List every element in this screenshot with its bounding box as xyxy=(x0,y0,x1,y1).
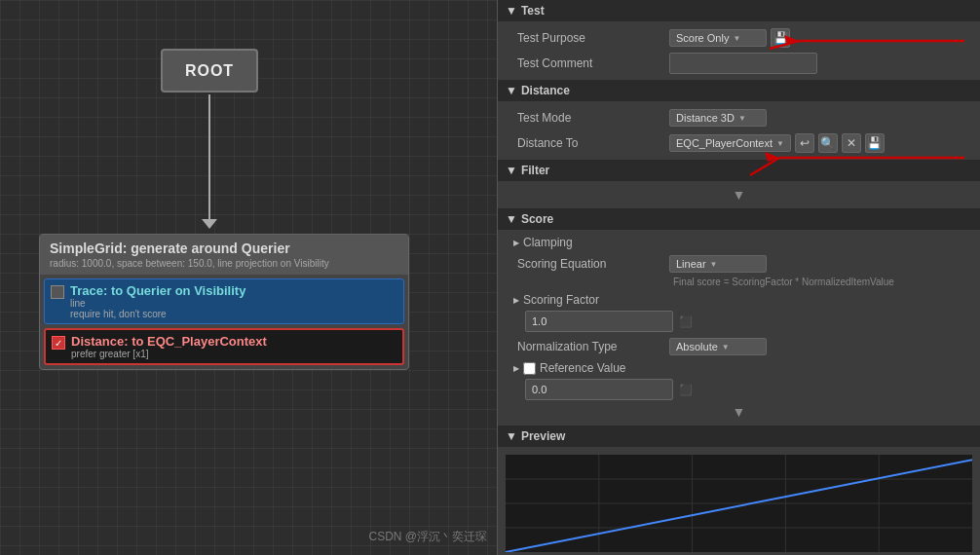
trace-checkbox[interactable] xyxy=(51,285,64,299)
clamping-row[interactable]: ▶ Clamping xyxy=(506,234,972,251)
distance-item[interactable]: ✓ Distance: to EQC_PlayerContext prefer … xyxy=(44,328,404,365)
trace-label: Trace: to Querier on Visibility xyxy=(70,283,245,298)
root-node[interactable]: ROOT xyxy=(161,49,258,92)
scoring-factor-input[interactable] xyxy=(525,311,673,332)
preview-section-title: Preview xyxy=(521,429,565,443)
properties-panel: ▼ Test Test Purpose Score Only ▼ 💾 Test … xyxy=(497,0,980,555)
distance-to-label: Distance To xyxy=(506,136,661,150)
test-purpose-label: Test Purpose xyxy=(506,31,661,45)
reference-value-expand-icon: ▶ xyxy=(513,364,519,373)
grid-node-header: SimpleGrid: generate around Querier radi… xyxy=(40,235,408,275)
scoring-factor-row: ⬛ xyxy=(506,309,972,334)
test-purpose-icon-btn[interactable]: 💾 xyxy=(771,28,790,48)
test-mode-label: Test Mode xyxy=(506,111,661,125)
root-node-label: ROOT xyxy=(185,62,234,80)
clamping-label: Clamping xyxy=(523,236,573,249)
distance-section-body: Test Mode Distance 3D ▼ Distance To EQC_… xyxy=(498,101,980,160)
node-graph-panel: ROOT SimpleGrid: generate around Querier… xyxy=(0,0,497,555)
test-comment-value xyxy=(669,53,972,74)
test-comment-input[interactable] xyxy=(669,53,817,74)
score-more-btn[interactable]: ▼ xyxy=(733,404,746,420)
reference-value-input-row: ⬛ xyxy=(525,379,972,400)
grid-node-subtitle: radius: 1000.0, space between: 150.0, li… xyxy=(50,258,398,269)
reference-value-row: ⬛ xyxy=(506,377,972,402)
clamping-expand-icon: ▶ xyxy=(513,239,519,247)
reference-value-input[interactable] xyxy=(525,379,673,400)
trace-sub-line1: line xyxy=(70,298,245,309)
grid-node[interactable]: SimpleGrid: generate around Querier radi… xyxy=(39,234,409,370)
connector-arrow xyxy=(202,219,217,229)
scoring-factor-label: Scoring Factor xyxy=(523,293,599,307)
test-section-title: Test xyxy=(521,4,545,18)
test-mode-dropdown[interactable]: Distance 3D ▼ xyxy=(669,109,767,127)
distance-label: Distance: to EQC_PlayerContext xyxy=(71,334,267,349)
trace-item[interactable]: Trace: to Querier on Visibility line req… xyxy=(44,278,404,324)
distance-content: Distance: to EQC_PlayerContext prefer gr… xyxy=(71,334,267,359)
reference-value-checkbox[interactable] xyxy=(523,362,536,375)
scoring-equation-label: Scoring Equation xyxy=(506,257,661,271)
reference-value-expand-row[interactable]: ▶ Reference Value xyxy=(506,359,972,377)
formula-text: Final score = ScoringFactor * Normalized… xyxy=(506,277,972,291)
test-mode-dropdown-value: Distance 3D xyxy=(676,112,735,124)
test-mode-value: Distance 3D ▼ xyxy=(669,109,972,127)
score-section-triangle: ▼ xyxy=(506,212,517,226)
watermark: CSDN @浮沉丶奕迁琛 xyxy=(368,529,487,545)
filter-more-row: ▼ xyxy=(506,185,972,204)
normalization-type-dropdown-value: Absolute xyxy=(676,341,718,352)
test-section-header: ▼ Test xyxy=(498,0,980,21)
score-section-body: ▶ Clamping Scoring Equation Linear ▼ Fin… xyxy=(498,230,980,426)
distance-to-dropdown-value: EQC_PlayerContext xyxy=(676,137,773,149)
distance-section-triangle: ▼ xyxy=(506,84,517,97)
scoring-equation-dropdown-value: Linear xyxy=(676,258,706,270)
distance-section-title: Distance xyxy=(521,84,570,97)
test-purpose-row: Test Purpose Score Only ▼ 💾 xyxy=(506,25,972,51)
distance-to-clear-btn[interactable]: ✕ xyxy=(842,133,861,153)
reference-value-end-icon: ⬛ xyxy=(677,381,695,398)
test-mode-dropdown-arrow: ▼ xyxy=(738,114,746,123)
trace-sub-line2: require hit, don't score xyxy=(70,309,245,319)
distance-checkbox[interactable]: ✓ xyxy=(52,336,65,350)
preview-section-header: ▼ Preview xyxy=(498,426,980,447)
filter-section-title: Filter xyxy=(521,164,549,177)
scoring-equation-row: Scoring Equation Linear ▼ xyxy=(506,251,972,277)
test-purpose-dropdown-value: Score Only xyxy=(676,32,729,44)
distance-to-back-btn[interactable]: ↩ xyxy=(795,133,814,153)
filter-section-body: ▼ xyxy=(498,181,980,208)
connector-line xyxy=(208,94,210,221)
test-purpose-dropdown[interactable]: Score Only ▼ xyxy=(669,29,767,47)
filter-section-header: ▼ Filter xyxy=(498,160,980,181)
test-comment-label: Test Comment xyxy=(506,56,661,70)
normalization-type-dropdown[interactable]: Absolute ▼ xyxy=(669,338,767,355)
test-mode-row: Test Mode Distance 3D ▼ xyxy=(506,105,972,130)
test-section-body: Test Purpose Score Only ▼ 💾 Test Comment xyxy=(498,21,980,80)
grid-node-body: Trace: to Querier on Visibility line req… xyxy=(40,275,408,369)
test-purpose-dropdown-arrow: ▼ xyxy=(733,34,740,43)
scoring-equation-dropdown[interactable]: Linear ▼ xyxy=(669,255,767,273)
reference-value-label: Reference Value xyxy=(540,361,626,375)
trace-content: Trace: to Querier on Visibility line req… xyxy=(70,283,245,319)
scoring-factor-expand-icon: ▶ xyxy=(513,296,519,305)
scoring-factor-expand-row[interactable]: ▶ Scoring Factor xyxy=(506,291,972,309)
scoring-equation-dropdown-arrow: ▼ xyxy=(710,260,718,269)
test-purpose-value: Score Only ▼ 💾 xyxy=(669,28,972,48)
normalization-type-label: Normalization Type xyxy=(506,340,661,353)
preview-section-triangle: ▼ xyxy=(506,429,517,443)
normalization-type-row: Normalization Type Absolute ▼ xyxy=(506,334,972,359)
score-section-title: Score xyxy=(521,212,553,226)
distance-section-header: ▼ Distance xyxy=(498,80,980,101)
distance-to-search-btn[interactable]: 🔍 xyxy=(818,133,838,153)
normalization-type-dropdown-arrow: ▼ xyxy=(722,343,730,352)
distance-to-dropdown-arrow: ▼ xyxy=(776,139,784,148)
distance-to-dropdown[interactable]: EQC_PlayerContext ▼ xyxy=(669,134,791,152)
scoring-factor-input-row: ⬛ xyxy=(525,311,972,332)
test-section-triangle: ▼ xyxy=(506,4,517,18)
distance-to-save-btn[interactable]: 💾 xyxy=(865,133,885,153)
scoring-factor-end-icon: ⬛ xyxy=(677,313,695,330)
test-comment-row: Test Comment xyxy=(506,51,972,76)
distance-sub-line1: prefer greater [x1] xyxy=(71,349,267,359)
score-more-row: ▼ xyxy=(506,402,972,422)
preview-section-body xyxy=(498,447,980,555)
scoring-equation-value: Linear ▼ xyxy=(669,255,972,273)
score-section-header: ▼ Score xyxy=(498,208,980,230)
filter-more-btn[interactable]: ▼ xyxy=(733,187,746,203)
